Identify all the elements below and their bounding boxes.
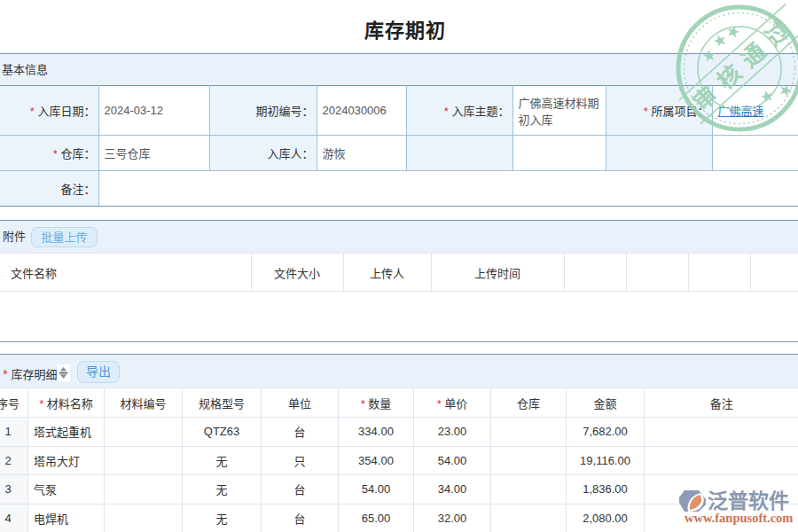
svg-text:www.fanpusoft.com: www.fanpusoft.com <box>685 511 793 525</box>
svg-text:泛普软件: 泛普软件 <box>708 489 789 512</box>
